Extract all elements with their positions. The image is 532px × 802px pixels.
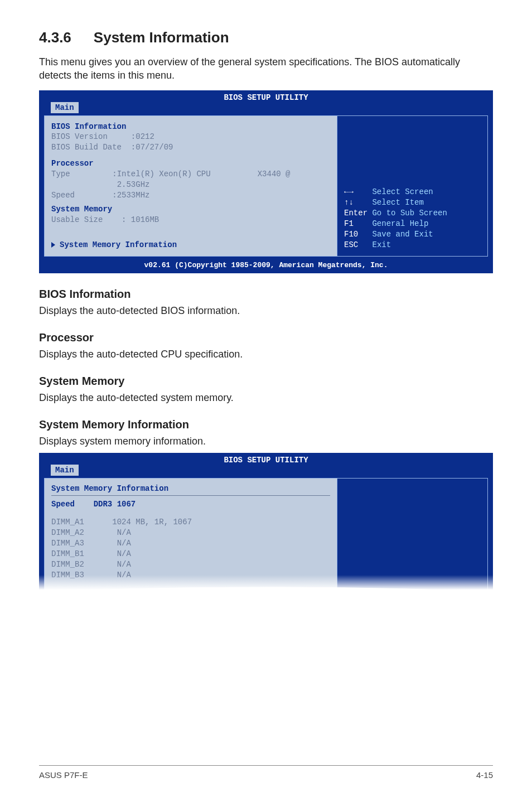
system-memory-info-link[interactable]: System Memory Information <box>51 240 330 250</box>
processor-text: Displays the auto-detected CPU specifica… <box>39 349 493 360</box>
help-enter: Enter Go to Sub Screen <box>344 208 481 219</box>
dimm-row: DIMM_B1 N/A <box>51 549 330 559</box>
page-footer: ASUS P7F-E 4-15 <box>39 765 493 780</box>
help-esc: ESC Exit <box>344 240 481 250</box>
submenu-arrow-icon <box>51 242 55 248</box>
bios2-header: BIOS SETUP UTILITY Main <box>40 453 492 478</box>
bios-title: BIOS SETUP UTILITY <box>224 93 308 102</box>
bios-info-heading: BIOS Information <box>51 122 330 132</box>
bios-information-subhead: BIOS Information <box>39 288 493 301</box>
bios-right-panel: ←→ Select Screen ↑↓ Select Item Enter Go… <box>337 116 487 256</box>
bios-left-panel: BIOS Information BIOS Version :0212 BIOS… <box>45 116 337 256</box>
section-number: 4.3.6 <box>39 29 71 46</box>
smi-text: Displays system memory information. <box>39 436 493 447</box>
help-select-item: ↑↓ Select Item <box>344 197 481 208</box>
section-heading: 4.3.6System Information <box>39 29 493 46</box>
processor-type-row: Type :Intel(R) Xeon(R) CPU X3440 @ <box>51 169 330 180</box>
speed-row: Speed :2533MHz <box>51 190 330 201</box>
processor-type-row2: 2.53GHz <box>51 180 330 190</box>
help-f10: F10 Save and Exit <box>344 229 481 240</box>
bios2-right-panel <box>337 479 487 596</box>
bios-screen-smi: BIOS SETUP UTILITY Main System Memory In… <box>39 453 493 596</box>
system-memory-subhead: System Memory <box>39 375 493 388</box>
dimm-row: DIMM_B2 N/A <box>51 559 330 570</box>
smi-subhead: System Memory Information <box>39 418 493 431</box>
dimm-row: DIMM_A2 N/A <box>51 528 330 538</box>
usable-size-row: Usable Size : 1016MB <box>51 215 330 225</box>
bios-version-row: BIOS Version :0212 <box>51 132 330 142</box>
footer-left: ASUS P7F-E <box>39 770 88 780</box>
help-f1: F1 General Help <box>344 219 481 229</box>
system-memory-heading: System Memory <box>51 204 330 215</box>
bios-build-row: BIOS Build Date :07/27/09 <box>51 142 330 153</box>
processor-heading: Processor <box>51 158 330 169</box>
smi-speed-row: Speed DDR3 1067 <box>51 499 330 510</box>
dimm-row: DIMM_A3 N/A <box>51 538 330 549</box>
bios-information-text: Displays the auto-detected BIOS informat… <box>39 305 493 317</box>
dimm-row: DIMM_B3 N/A <box>51 570 330 581</box>
bios2-tab-main[interactable]: Main <box>51 465 79 476</box>
bios-header: BIOS SETUP UTILITY Main <box>40 91 492 115</box>
section-intro: This menu gives you an overview of the g… <box>39 55 493 83</box>
help-select-screen: ←→ Select Screen <box>344 187 481 197</box>
dimm-row: DIMM_A1 1024 MB, 1R, 1067 <box>51 517 330 528</box>
bios-screen-main: BIOS SETUP UTILITY Main BIOS Information… <box>39 90 493 273</box>
bios-copyright: v02.61 (C)Copyright 1985-2009, American … <box>40 261 492 273</box>
system-memory-text: Displays the auto-detected system memory… <box>39 392 493 404</box>
smi-title: System Memory Information <box>51 484 330 496</box>
bios2-left-panel: System Memory Information Speed DDR3 106… <box>45 479 337 596</box>
processor-subhead: Processor <box>39 331 493 344</box>
section-title-text: System Information <box>94 29 229 46</box>
footer-right: 4-15 <box>476 770 493 780</box>
bios2-title: BIOS SETUP UTILITY <box>224 456 308 465</box>
bios-tab-main[interactable]: Main <box>51 102 79 113</box>
